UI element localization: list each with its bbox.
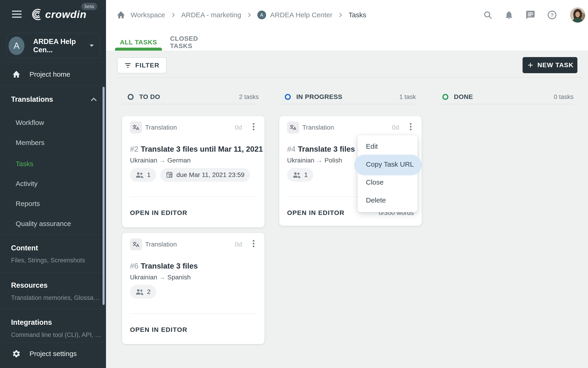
svg-text:?: ? — [550, 12, 554, 18]
tab-label: CLOSED TASKS — [170, 35, 216, 50]
column-count: 2 tasks — [239, 93, 259, 101]
sidebar-item-project-home[interactable]: Project home — [0, 69, 106, 80]
kebab-menu-icon[interactable] — [249, 122, 258, 133]
sidebar-item-project-settings[interactable]: Project settings — [0, 348, 106, 359]
task-card-6[interactable]: Translation 0d #6Translate 3 files Ukrai… — [122, 233, 264, 344]
divider — [130, 197, 257, 197]
sidebar-item-reports[interactable]: Reports — [16, 198, 40, 209]
sidebar-section-resources[interactable]: Resources — [11, 280, 106, 291]
divider — [0, 85, 106, 85]
user-avatar[interactable] — [570, 7, 585, 23]
tasks-board: FILTER NEW TASK TO DO 2 tasks IN PROGRES… — [106, 51, 588, 368]
section-label: Translations — [11, 95, 53, 104]
task-languages: Ukrainian→Polish — [287, 156, 342, 164]
target-language: German — [167, 157, 191, 164]
task-chips: 1 — [287, 168, 313, 182]
sidebar-section-content[interactable]: Content — [11, 243, 106, 254]
tab-closed-tasks[interactable]: CLOSED TASKS — [170, 34, 216, 51]
sidebar-item-label: Project settings — [29, 350, 77, 358]
divider — [0, 235, 106, 235]
menu-item-close[interactable]: Close — [357, 173, 417, 191]
task-card-2[interactable]: Translation 0d #2Translate 3 files until… — [122, 116, 264, 227]
breadcrumb: Workspace ARDEA - marketing A ARDEA Help… — [116, 8, 366, 22]
task-number: #2 — [130, 145, 138, 153]
column-header: TO DO 2 tasks — [122, 90, 259, 104]
sidebar-item-tasks[interactable]: Tasks — [16, 158, 33, 169]
status-circle-done — [442, 94, 448, 100]
new-task-button-label: NEW TASK — [538, 61, 574, 69]
chevron-right-icon — [337, 12, 344, 18]
arrow-right-icon: → — [314, 157, 324, 164]
messages-chat-icon[interactable] — [525, 10, 535, 20]
chevron-right-icon — [246, 12, 252, 18]
project-avatar: A — [9, 37, 24, 55]
task-title: #4Translate 3 files — [287, 145, 355, 154]
sidebar-scrollbar[interactable] — [103, 87, 105, 305]
sidebar-section-integrations[interactable]: Integrations — [11, 317, 106, 328]
breadcrumb-org[interactable]: ARDEA - marketing — [181, 11, 241, 19]
project-selector[interactable]: A ARDEA Help Cen... — [6, 33, 100, 59]
active-tab-underline — [115, 48, 162, 51]
breadcrumb-current-page: Tasks — [349, 11, 366, 19]
translation-icon — [130, 239, 142, 250]
menu-item-delete[interactable]: Delete — [357, 191, 417, 209]
open-in-editor-button[interactable]: OPEN IN EDITOR — [130, 326, 187, 333]
plus-icon — [527, 61, 534, 69]
tab-all-tasks[interactable]: ALL TASKS — [115, 34, 162, 51]
assignees-chip: 1 — [130, 168, 156, 182]
sidebar-item-workflow[interactable]: Workflow — [16, 117, 44, 128]
task-languages: Ukrainian→Spanish — [130, 273, 191, 281]
search-icon[interactable] — [483, 10, 493, 20]
divider — [0, 62, 106, 62]
sidebar-item-activity[interactable]: Activity — [16, 178, 38, 189]
target-language: Spanish — [167, 274, 191, 281]
assignees-chip: 2 — [130, 285, 156, 299]
open-in-editor-button[interactable]: OPEN IN EDITOR — [287, 209, 345, 217]
sidebar-section-translations[interactable]: Translations — [11, 94, 106, 105]
menu-item-copy-task-url[interactable]: Copy Task URL — [357, 155, 417, 173]
breadcrumb-project[interactable]: A ARDEA Help Center — [257, 10, 332, 19]
column-count: 1 task — [399, 93, 416, 101]
menu-item-edit[interactable]: Edit — [357, 138, 417, 155]
sidebar-item-quality-assurance[interactable]: Quality assurance — [16, 218, 71, 229]
column-label: TO DO — [139, 93, 160, 101]
kebab-menu-icon[interactable] — [406, 122, 415, 133]
column-header: IN PROGRESS 1 task — [279, 90, 416, 104]
tab-label: ALL TASKS — [120, 39, 157, 46]
help-icon[interactable]: ? — [547, 10, 557, 20]
hamburger-menu-icon[interactable] — [12, 10, 22, 18]
task-chips: 1 due Mar 11, 2021 23:59 — [130, 168, 250, 182]
open-in-editor-button[interactable]: OPEN IN EDITOR — [130, 209, 187, 217]
column-todo: TO DO 2 tasks — [122, 90, 264, 104]
crowdin-swirl-icon — [29, 8, 43, 21]
new-task-button[interactable]: NEW TASK — [522, 57, 578, 73]
sidebar-section-content-subtitle: Files, Strings, Screenshots — [11, 256, 85, 265]
sidebar-item-members[interactable]: Members — [16, 137, 44, 148]
topbar-icons: ? — [483, 7, 585, 23]
sidebar: crowdin beta A ARDEA Help Cen... Project… — [0, 0, 106, 368]
home-icon — [12, 70, 21, 78]
breadcrumb-project-label: ARDEA Help Center — [270, 11, 332, 19]
notifications-bell-icon[interactable] — [504, 10, 514, 20]
column-label: DONE — [454, 93, 473, 101]
kebab-menu-icon[interactable] — [249, 239, 258, 250]
gear-icon — [12, 349, 21, 358]
breadcrumb-home-icon[interactable] — [116, 11, 125, 19]
due-date-text: due Mar 11, 2021 23:59 — [176, 171, 244, 179]
arrow-right-icon: → — [157, 274, 167, 281]
section-label: Content — [11, 244, 38, 252]
project-selector-label: ARDEA Help Cen... — [33, 37, 89, 54]
crowdin-logo[interactable]: crowdin — [29, 8, 87, 21]
source-language: Ukrainian — [287, 157, 314, 164]
breadcrumb-workspace[interactable]: Workspace — [131, 11, 165, 19]
column-in-progress: IN PROGRESS 1 task — [279, 90, 422, 104]
assignees-chip: 1 — [287, 168, 313, 182]
caret-down-icon — [89, 44, 95, 48]
task-number: #4 — [287, 145, 296, 153]
translation-icon — [130, 121, 142, 133]
project-avatar: A — [257, 10, 266, 19]
card-footer: OPEN IN EDITOR — [130, 207, 257, 219]
filter-button[interactable]: FILTER — [117, 57, 167, 74]
divider — [0, 272, 106, 273]
task-type-label: Translation — [145, 124, 177, 131]
